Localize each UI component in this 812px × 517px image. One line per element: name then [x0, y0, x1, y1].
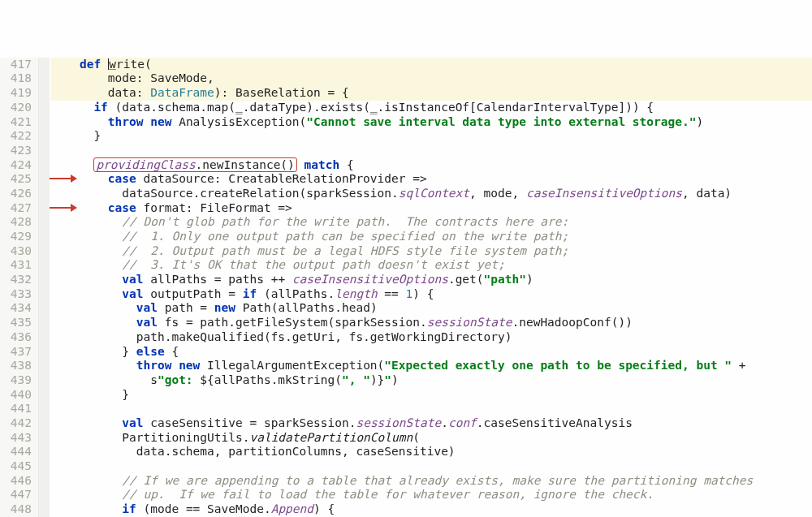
line-number: 441 — [0, 402, 32, 416]
line-number: 427 — [0, 201, 32, 216]
line-number: 442 — [0, 416, 32, 431]
code-token: " — [384, 373, 391, 386]
line-number: 426 — [0, 187, 32, 201]
code-token: new — [214, 301, 235, 314]
code-token: if — [93, 101, 107, 114]
line-number: 419 — [0, 86, 32, 101]
code-line[interactable]: case dataSource: CreatableRelationProvid… — [51, 172, 812, 187]
annotation-arrow-icon — [50, 173, 77, 185]
code-token: Append — [271, 502, 313, 515]
code-line[interactable]: throw new AnalysisException("Cannot save… — [51, 115, 812, 130]
code-line[interactable]: // 1. Only one output path can be specif… — [51, 230, 812, 244]
code-token: sessionState — [356, 416, 441, 429]
code-line[interactable] — [51, 459, 812, 474]
code-line[interactable] — [51, 402, 812, 416]
fold-strip[interactable] — [39, 58, 50, 517]
line-number: 428 — [0, 215, 32, 230]
line-number: 438 — [0, 359, 32, 373]
code-line[interactable]: val allPaths = paths ++ caseInsensitiveO… — [51, 273, 812, 287]
code-token: DataFrame — [150, 86, 214, 99]
line-number: 425 — [0, 172, 32, 187]
line-number: 432 — [0, 273, 32, 287]
code-token: else — [136, 345, 165, 358]
code-line[interactable]: mode: SaveMode, — [51, 71, 812, 86]
code-token: if — [243, 287, 257, 300]
code-line[interactable]: data.schema, partitionColumns, caseSensi… — [51, 445, 812, 459]
line-number: 446 — [0, 474, 32, 489]
code-area[interactable]: def write( mode: SaveMode, data: DataFra… — [50, 58, 812, 517]
code-token: val — [122, 287, 143, 300]
code-line[interactable]: case format: FileFormat => — [51, 201, 812, 216]
code-token: val — [122, 416, 143, 429]
code-line[interactable]: // Don't glob path for the write path. T… — [51, 215, 812, 230]
code-line[interactable]: // up. If we fail to load the table for … — [51, 488, 812, 502]
line-number: 433 — [0, 287, 32, 302]
code-token: // 2. Output path must be a legal HDFS s… — [122, 244, 568, 257]
code-line[interactable]: dataSource.createRelation(sparkSession.s… — [51, 187, 812, 201]
code-token: _ — [235, 101, 243, 114]
code-token: validatePartitionColumn — [249, 431, 412, 444]
code-token: // 1. Only one output path can be specif… — [122, 230, 568, 243]
code-token: // up. If we fail to load the table for … — [122, 488, 654, 501]
line-number: 420 — [0, 101, 32, 115]
code-token: val — [122, 273, 143, 286]
code-token: "path" — [484, 273, 526, 286]
code-token: providingClass — [96, 158, 195, 171]
line-number: 436 — [0, 330, 32, 345]
code-line[interactable]: val outputPath = if (allPaths.length == … — [51, 287, 812, 302]
code-token: def — [80, 58, 108, 71]
line-number: 439 — [0, 373, 32, 388]
code-token: conf — [448, 416, 477, 429]
code-line[interactable]: if (data.schema.map(_.dataType).exists(_… — [51, 101, 812, 115]
code-token: "Expected exactly one path to be specifi… — [384, 359, 732, 372]
code-line[interactable]: val caseSensitive = sparkSession.session… — [51, 416, 812, 431]
line-number: 418 — [0, 71, 32, 86]
code-line[interactable]: if (mode == SaveMode.Append) { — [51, 502, 812, 517]
code-line[interactable]: PartitioningUtils.validatePartitionColum… — [51, 431, 812, 446]
svg-marker-3 — [71, 204, 77, 212]
line-number: 434 — [0, 301, 32, 316]
code-token: val — [136, 301, 158, 314]
code-token: 1 — [406, 287, 413, 300]
line-number: 447 — [0, 488, 32, 502]
code-line[interactable] — [51, 144, 812, 158]
code-line[interactable]: } — [51, 388, 812, 403]
code-line[interactable]: def write( — [51, 58, 812, 72]
code-token: case — [108, 201, 136, 214]
code-line[interactable]: data: DataFrame): BaseRelation = { — [51, 86, 812, 101]
line-number: 423 — [0, 144, 32, 158]
code-token: sessionState — [427, 316, 512, 329]
line-number: 437 — [0, 345, 32, 360]
code-line[interactable]: path.makeQualified(fs.getUri, fs.getWork… — [51, 330, 812, 345]
code-token: // 3. It's OK that the output path doesn… — [122, 258, 504, 271]
line-number: 440 — [0, 388, 32, 403]
code-token: throw new — [136, 359, 201, 372]
line-number: 431 — [0, 258, 32, 273]
code-token: match — [304, 158, 340, 171]
code-token: "Cannot save interval data type into ext… — [306, 115, 696, 128]
line-number: 430 — [0, 244, 32, 259]
highlighted-expression: providingClass.newInstance() — [93, 157, 296, 172]
code-line[interactable]: val fs = path.getFileSystem(sparkSession… — [51, 316, 812, 330]
svg-marker-1 — [71, 174, 77, 183]
code-token: ", " — [342, 373, 370, 386]
code-line[interactable]: // If we are appending to a table that a… — [51, 474, 812, 489]
code-line[interactable]: val path = new Path(allPaths.head) — [51, 301, 812, 316]
code-token: caseInsensitiveOptions — [292, 273, 448, 286]
code-line[interactable]: // 2. Output path must be a legal HDFS s… — [51, 244, 812, 259]
annotation-arrow-icon — [50, 202, 77, 214]
code-token: val — [136, 316, 158, 329]
code-line[interactable]: // 3. It's OK that the output path doesn… — [51, 258, 812, 273]
code-editor[interactable]: 4174184194204214224234244254264274284294… — [0, 58, 812, 517]
code-line[interactable]: } — [51, 129, 812, 144]
code-token: case — [108, 172, 136, 185]
code-line[interactable]: providingClass.newInstance() match { — [51, 158, 812, 173]
line-number: 443 — [0, 431, 32, 446]
code-line[interactable]: } else { — [51, 345, 812, 360]
code-token: caseInsensitiveOptions — [526, 187, 682, 200]
code-line[interactable]: s"got: ${allPaths.mkString(", ")}") — [51, 373, 812, 388]
line-number: 422 — [0, 129, 32, 144]
line-number: 424 — [0, 158, 32, 173]
code-line[interactable]: throw new IllegalArgumentException("Expe… — [51, 359, 812, 373]
code-token: throw new — [108, 115, 172, 128]
